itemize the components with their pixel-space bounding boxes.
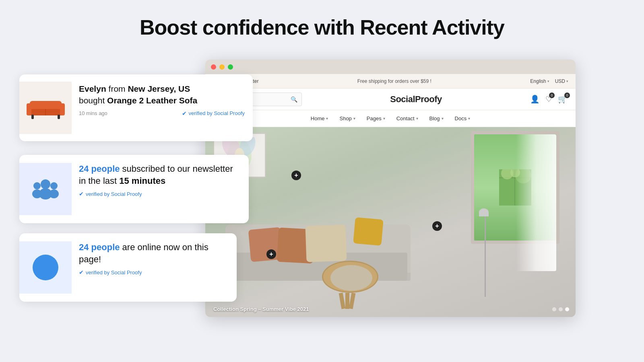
nav-contact-chevron-icon: ▾	[416, 116, 418, 121]
online-circle-icon	[33, 255, 58, 280]
store-logo: SocialProofy	[306, 94, 526, 105]
nav-docs-chevron-icon: ▾	[468, 116, 470, 121]
cart-icon[interactable]: 🛒 0	[558, 95, 568, 104]
topbar-free-shipping: Free shipping for orders over $59 !	[266, 78, 523, 84]
table-top	[322, 261, 378, 293]
lamp-head	[479, 208, 489, 216]
wishlist-icon[interactable]: ♡ 0	[545, 95, 552, 104]
purchase-verified-text: verified by Social Proofy	[189, 110, 245, 116]
nav-docs[interactable]: Docs ▾	[455, 115, 471, 121]
svg-point-24	[50, 182, 58, 189]
table-leg-1	[339, 292, 346, 309]
pillow-3	[305, 224, 347, 262]
nav-shop-chevron-icon: ▾	[353, 116, 355, 121]
sub-verified: ✔ verified by Social Proofy	[79, 191, 240, 197]
buyer-location: New Jersey, US	[128, 84, 190, 93]
product-name: Orange 2 Leather Sofa	[107, 96, 197, 105]
online-verified: ✔ verified by Social Proofy	[79, 269, 228, 276]
purchase-product-line: bought Orange 2 Leather Sofa	[79, 95, 245, 106]
verified-check-icon: ✔	[182, 110, 187, 117]
hero-dot-3[interactable]	[565, 307, 569, 311]
cart-badge: 0	[564, 93, 570, 98]
nav-shop[interactable]: Shop ▾	[339, 115, 355, 121]
nav-home-chevron-icon: ▾	[326, 116, 328, 121]
purchase-verified: ✔ verified by Social Proofy	[182, 110, 245, 117]
online-verified-check-icon: ✔	[79, 269, 84, 276]
purchase-name-line: Evelyn from New Jersey, US	[79, 83, 245, 94]
browser-window: Store ✉ Newsletter Free shipping for ord…	[205, 60, 576, 317]
store-icons-right: 👤 ♡ 0 🛒 0	[530, 95, 568, 104]
hero-caption-bold: Spring – Summer Vibe 2021	[240, 306, 309, 312]
page-heading: Boost confidence with Recent Activity	[0, 0, 644, 56]
browser-dot-red[interactable]	[211, 64, 216, 70]
sub-verified-text: verified by Social Proofy	[86, 191, 142, 197]
purchase-meta: 10 mins ago ✔ verified by Social Proofy	[79, 110, 245, 117]
browser-dot-green[interactable]	[228, 64, 233, 70]
hero-caption: Collection Spring – Summer Vibe 2021	[213, 306, 309, 312]
table-glass	[330, 265, 372, 291]
store-navbar: Home ▾ Shop ▾ Pages ▾ Contact ▾ Blog ▾ D…	[205, 110, 576, 127]
nav-home-label: Home	[311, 115, 325, 121]
hotspot-3[interactable]: +	[266, 249, 276, 259]
hotspot-1[interactable]: +	[291, 171, 301, 180]
nav-blog-chevron-icon: ▾	[442, 116, 444, 121]
search-glass-icon: 🔍	[291, 96, 297, 103]
svg-rect-18	[58, 115, 60, 119]
svg-rect-17	[31, 115, 34, 119]
coffee-table	[318, 261, 382, 309]
pillow-4	[353, 217, 383, 246]
nav-contact[interactable]: Contact ▾	[396, 115, 418, 121]
user-account-icon[interactable]: 👤	[530, 95, 540, 104]
buyer-name: Evelyn	[79, 84, 106, 93]
hotspot-2[interactable]: +	[432, 221, 442, 231]
purchase-time: 10 mins ago	[79, 110, 107, 116]
sub-line: 24 people subscribed to our newsletter i…	[79, 163, 240, 187]
nav-pages-chevron-icon: ▾	[383, 116, 385, 121]
card-purchase-image	[19, 82, 72, 134]
online-line: 24 people are online now on this page!	[79, 241, 228, 265]
hero-caption-prefix: Collection	[213, 306, 240, 312]
nav-blog[interactable]: Blog ▾	[429, 115, 444, 121]
nav-blog-label: Blog	[429, 115, 440, 121]
browser-dot-yellow[interactable]	[219, 64, 225, 70]
purchase-from: from	[109, 84, 128, 93]
language-label: English	[530, 78, 546, 84]
hero-curtain	[516, 134, 556, 271]
lamp-pole	[485, 216, 486, 297]
svg-rect-16	[60, 103, 65, 115]
subscriber-count: 24 people	[79, 164, 120, 174]
language-selector[interactable]: English ▾	[530, 78, 549, 84]
currency-selector[interactable]: USD ▾	[555, 78, 568, 84]
nav-shop-label: Shop	[339, 115, 351, 121]
svg-point-25	[49, 189, 59, 198]
nav-pages[interactable]: Pages ▾	[367, 115, 385, 121]
card-online: 24 people are online now on this page! ✔…	[19, 233, 237, 302]
table-leg-3	[345, 293, 349, 309]
hero-slider-dots	[552, 307, 569, 311]
purchase-action: bought	[79, 96, 107, 105]
sub-verified-check-icon: ✔	[79, 191, 84, 197]
svg-point-23	[32, 189, 42, 198]
card-purchase-text: Evelyn from New Jersey, US bought Orange…	[79, 82, 245, 117]
store-topbar: Store ✉ Newsletter Free shipping for ord…	[205, 74, 576, 88]
currency-chevron-icon: ▾	[566, 79, 568, 83]
table-leg-2	[349, 292, 356, 309]
store-hero: + + + Collection Spring – Summer Vibe 20…	[205, 127, 576, 317]
card-subscribers: 24 people subscribed to our newsletter i…	[19, 155, 249, 223]
nav-pages-label: Pages	[367, 115, 382, 121]
card-subscribers-image	[19, 163, 72, 215]
hero-dot-1[interactable]	[552, 307, 556, 311]
card-purchase: Evelyn from New Jersey, US bought Orange…	[19, 74, 253, 141]
online-verified-text: verified by Social Proofy	[86, 269, 142, 276]
topbar-right: English ▾ USD ▾	[530, 78, 568, 84]
currency-label: USD	[555, 78, 565, 84]
online-count: 24 people	[79, 242, 120, 252]
nav-home[interactable]: Home ▾	[311, 115, 328, 121]
hero-scene: + + + Collection Spring – Summer Vibe 20…	[205, 127, 576, 317]
card-online-text: 24 people are online now on this page! ✔…	[79, 241, 228, 276]
wishlist-badge: 0	[549, 93, 555, 98]
store-searchbar: Something... 🔍 SocialProofy 👤 ♡ 0 🛒 0	[205, 88, 576, 110]
svg-rect-15	[27, 103, 31, 115]
hero-dot-2[interactable]	[559, 307, 563, 311]
svg-point-20	[41, 179, 50, 189]
